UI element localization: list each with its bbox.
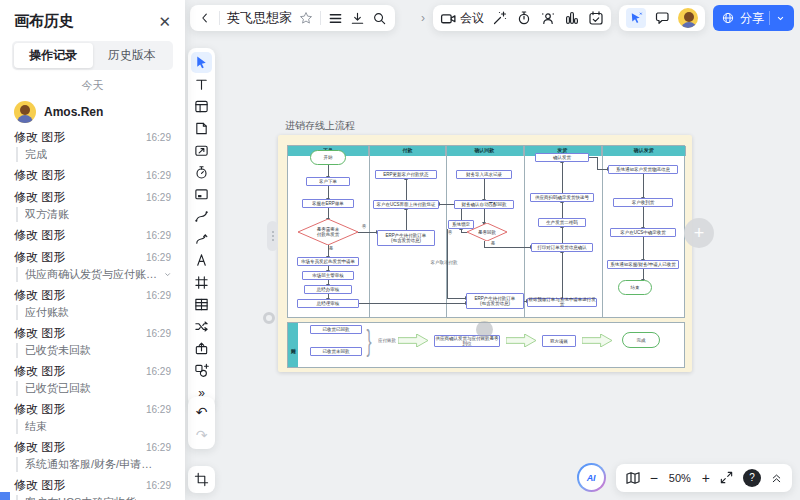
magic-wand-icon[interactable] [492, 10, 508, 26]
reactions-icon[interactable] [540, 10, 556, 26]
history-item[interactable]: 修改 图形16:29 [14, 167, 171, 184]
flowchart-process[interactable]: 市场部主管审核 [302, 271, 354, 280]
flowchart-process[interactable]: 客户在UCS中确定收货 [610, 228, 676, 237]
flowchart-process[interactable]: 客户收到货 [613, 198, 673, 207]
text-tool[interactable] [191, 74, 212, 95]
timer-tool[interactable] [191, 162, 212, 183]
flowchart-terminal-start[interactable]: 开始 [310, 150, 346, 165]
history-item-main[interactable]: 修改 图形16:29 [14, 167, 171, 184]
comment-icon[interactable] [654, 10, 670, 26]
shapes-tool[interactable] [191, 360, 212, 381]
flowchart-process[interactable]: ERP产生待付款订单 (包含发货信息) [466, 293, 524, 309]
select-tool[interactable] [191, 52, 212, 73]
history-item[interactable]: 修改 图形16:29系统通知客服/财务/申请人已收货 [14, 439, 171, 472]
laser-pointer-icon[interactable] [626, 8, 646, 28]
flowchart-process[interactable]: 客户下单 [306, 177, 350, 186]
user-avatar[interactable] [678, 8, 698, 28]
flowchart-process[interactable]: 双方清账 [542, 335, 576, 347]
import-tool[interactable] [191, 338, 212, 359]
flowchart-label[interactable]: 应付账款 [374, 336, 400, 345]
meeting-button[interactable]: 会议 [440, 10, 484, 27]
flowchart-process[interactable]: 客户在UCS界面上传付款凭证 [373, 200, 439, 209]
shape-send-tool[interactable] [191, 140, 212, 161]
back-icon[interactable] [198, 11, 212, 25]
chevron-down-icon[interactable] [164, 270, 171, 279]
history-item[interactable]: 修改 图形16:29供应商确认发货与应付账款是否 ... [14, 249, 171, 282]
minimap-icon[interactable] [625, 470, 641, 486]
undo-icon[interactable]: ↶ [191, 401, 212, 422]
search-icon[interactable] [372, 11, 387, 26]
stopwatch-icon[interactable] [516, 10, 532, 26]
flowchart-process[interactable]: 打印对订单发货信息确认 [531, 243, 593, 252]
lane-header[interactable]: 付款 [369, 146, 446, 156]
history-item[interactable]: 修改 图形16:29客户在UCS中确定收货 [14, 477, 171, 500]
history-item-main[interactable]: 修改 图形16:29 [14, 439, 171, 456]
connector-tool[interactable] [191, 206, 212, 227]
canvas-plus-button[interactable]: + [684, 218, 714, 248]
history-item[interactable]: 修改 图形16:29已收货未回款 [14, 325, 171, 358]
share-button[interactable]: 分享 [713, 5, 794, 31]
flowchart-process[interactable]: 供应商扫码确定发货快递号 [530, 193, 594, 202]
flowchart-process[interactable]: 财务确认自动匹配回款 [454, 200, 514, 209]
flowchart-decision[interactable]: 是否回款 [467, 223, 507, 241]
history-item[interactable]: 修改 图形16:29 [14, 227, 171, 244]
table-tool[interactable] [191, 294, 212, 315]
menu-icon[interactable] [328, 11, 343, 26]
history-item-main[interactable]: 修改 图形16:29 [14, 227, 171, 244]
flowchart-process[interactable]: 客服在ERP做单 [302, 199, 354, 208]
flowchart-process[interactable]: 根据预做订单与系统申请单进行发货 [527, 298, 597, 307]
flowchart-process[interactable]: ERP更新客户付款状态 [375, 170, 437, 179]
flowchart-terminal-end[interactable]: 结束 [618, 280, 652, 295]
lane-header[interactable]: 确认回款 [446, 146, 524, 156]
collapse-chevrons-icon[interactable] [770, 471, 783, 484]
flowchart-process[interactable]: 生产发货二维码 [538, 218, 586, 227]
flowchart-process[interactable]: ERP产生待付款订单 (包含发货信息) [377, 230, 435, 246]
flowchart-process[interactable]: 总经办审核 [304, 285, 352, 294]
collapse-toolbar-icon[interactable]: › [421, 11, 425, 25]
flowchart-decision[interactable]: 是否需要未 付款先发货 [298, 219, 358, 245]
history-item-main[interactable]: 修改 图形16:29 [14, 477, 171, 494]
shuffle-tool[interactable] [191, 316, 212, 337]
flowchart-process[interactable]: 市场专员发起先发货申请单 [297, 257, 359, 266]
crop-tool-icon[interactable] [191, 469, 212, 490]
history-item[interactable]: 修改 图形16:29双方清账 [14, 189, 171, 222]
board-tool[interactable] [191, 184, 212, 205]
lane-header[interactable]: 确认发货 [602, 146, 686, 156]
flowchart-process[interactable]: 系统通知客服/财务/申请人已收货 [607, 260, 679, 269]
tasks-calendar-icon[interactable] [588, 10, 604, 26]
history-item-main[interactable]: 修改 图形16:29 [14, 249, 171, 266]
zoom-out-button[interactable]: − [650, 471, 658, 485]
close-icon[interactable]: ✕ [158, 14, 171, 29]
download-icon[interactable] [350, 11, 365, 26]
flowchart-block-arrow[interactable] [398, 334, 428, 347]
ai-assistant-button[interactable]: AI [577, 463, 606, 492]
zoom-level[interactable]: 50% [667, 472, 693, 484]
history-item[interactable]: 修改 图形16:29已收货已回款 [14, 363, 171, 396]
help-button[interactable]: ? [743, 469, 761, 487]
pen-tool[interactable] [191, 250, 212, 271]
poll-icon[interactable] [564, 10, 580, 26]
history-item-main[interactable]: 修改 图形16:29 [14, 325, 171, 342]
flowchart-process[interactable]: 总经理审核 [297, 299, 359, 308]
template-tool[interactable] [191, 96, 212, 117]
flowchart-process[interactable]: 已收货未回款 [310, 347, 362, 356]
history-item-main[interactable]: 修改 图形16:29 [14, 401, 171, 418]
side-lane-header[interactable]: 对账 [288, 323, 298, 367]
flowchart-brace[interactable]: } [364, 328, 374, 354]
curve-tool[interactable] [191, 228, 212, 249]
history-item[interactable]: 修改 图形16:29应付账款 [14, 287, 171, 320]
star-icon[interactable] [299, 11, 313, 25]
tab-operation-log[interactable]: 操作记录 [14, 43, 93, 68]
history-item-main[interactable]: 修改 图形16:29 [14, 189, 171, 206]
fullscreen-icon[interactable] [719, 470, 734, 485]
frame-tool[interactable] [191, 272, 212, 293]
flowchart-process[interactable]: 财务导入流水记录 [456, 170, 512, 179]
history-item[interactable]: 修改 图形16:29完成 [14, 129, 171, 162]
flowchart-block-arrow[interactable] [582, 334, 612, 347]
sticky-note-tool[interactable] [191, 118, 212, 139]
history-item-main[interactable]: 修改 图形16:29 [14, 129, 171, 146]
flowchart-process[interactable]: 已收货已回款 [310, 325, 362, 334]
history-item-main[interactable]: 修改 图形16:29 [14, 363, 171, 380]
flowchart-process[interactable]: 供应商确认发货与应付账款是否到位 [434, 335, 500, 347]
panel-drag-handle[interactable] [267, 221, 278, 251]
